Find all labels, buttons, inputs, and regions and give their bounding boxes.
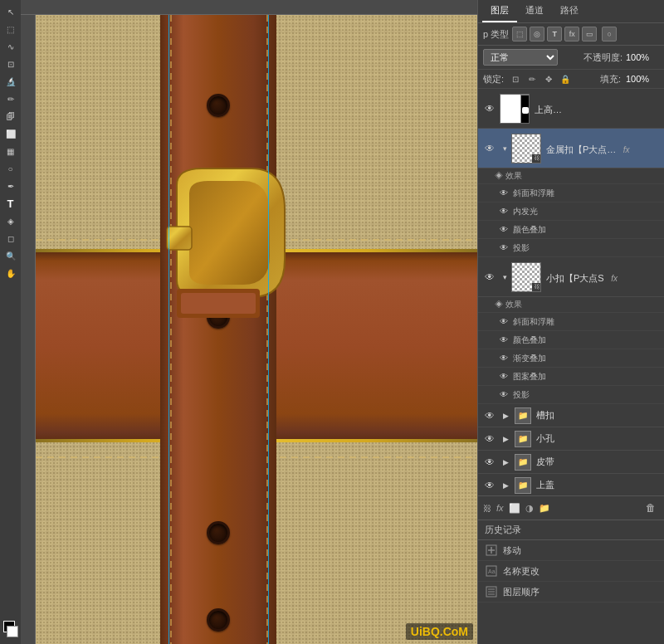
- history-text-reorder: 图层顺序: [503, 586, 540, 598]
- tool-dodge[interactable]: ○: [3, 161, 18, 176]
- tab-layers[interactable]: 图层: [482, 0, 517, 22]
- effect-name-pattern-3: 图案叠加: [513, 371, 546, 383]
- tab-channels[interactable]: 通道: [517, 0, 552, 22]
- belt-buckle: [135, 160, 310, 318]
- group-thumb-pidai: 📁: [515, 454, 531, 471]
- group-layer-pidai[interactable]: 👁 ▶ 📁 皮带: [478, 451, 664, 474]
- group-expand-shanggai[interactable]: ▶: [500, 480, 511, 491]
- group-expand-pidai[interactable]: ▶: [500, 456, 511, 468]
- effect-glow-2[interactable]: 👁 内发光: [478, 202, 664, 221]
- effect-pattern-3[interactable]: 👁 图案叠加: [478, 368, 664, 386]
- history-list[interactable]: 移动 Aa 名称更改: [478, 540, 664, 644]
- effect-eye-color-3[interactable]: 👁: [498, 334, 510, 346]
- tool-brush[interactable]: ✏: [3, 91, 18, 106]
- canvas-area[interactable]: ↖ ⬚ ∿ ⊡ 🔬 ✏ 🗐 ⬜ ▦ ○ ✒ T ◈ ◻ 🔍 ✋: [0, 0, 477, 644]
- tool-crop[interactable]: ⊡: [3, 56, 18, 71]
- tool-lasso[interactable]: ∿: [3, 39, 18, 54]
- tool-eyedrop[interactable]: 🔬: [3, 74, 18, 89]
- layer-item-jinshukou[interactable]: 👁 ▾ ⛓ 金属扣【P大点… fx: [478, 129, 664, 168]
- tool-hand[interactable]: ✋: [3, 266, 18, 281]
- tool-select[interactable]: ⬚: [3, 22, 18, 37]
- layer-eye-2[interactable]: 👁: [483, 142, 496, 155]
- blend-row: 正常 不透明度: 100%: [478, 46, 664, 70]
- tool-zoom[interactable]: 🔍: [3, 248, 18, 263]
- layer-item-shanggao[interactable]: 👁 上高…: [478, 89, 664, 129]
- blend-mode-select[interactable]: 正常: [483, 49, 558, 66]
- folder-icon-bottom[interactable]: 📁: [539, 503, 550, 514]
- group-eye-pidai[interactable]: 👁: [483, 456, 496, 469]
- lock-icon-brush[interactable]: ✏: [525, 72, 539, 85]
- effect-gradient-3[interactable]: 👁 渐变叠加: [478, 349, 664, 368]
- layer-item-xiaokou[interactable]: 👁 ▾ ⛓ 小扣【P大点S fx: [478, 257, 664, 297]
- belt-canvas: [36, 15, 477, 644]
- layer-expand-3[interactable]: ▾: [500, 272, 510, 282]
- tool-shape[interactable]: ◻: [3, 231, 18, 246]
- filter-btn-1[interactable]: ⬚: [512, 27, 527, 41]
- tool-text[interactable]: T: [3, 196, 18, 211]
- fx-icon-bottom[interactable]: fx: [496, 503, 504, 513]
- search-bar: p 类型 ⬚ ◎ T fx ▭ ○: [478, 23, 664, 46]
- background-color[interactable]: [7, 626, 18, 637]
- filter-btn-2[interactable]: ◎: [530, 27, 544, 41]
- filter-btn-folder[interactable]: ▭: [582, 27, 597, 41]
- group-expand-xiaokong[interactable]: ▶: [500, 433, 511, 445]
- lock-icon-checkers[interactable]: ⊡: [509, 72, 522, 85]
- group-layer-shanggai[interactable]: 👁 ▶ 📁 上盖: [478, 474, 664, 495]
- layers-list[interactable]: 👁 上高… 👁: [478, 89, 664, 495]
- effect-bevel-2[interactable]: 👁 斜面和浮雕: [478, 184, 664, 202]
- group-layer-xiaokong[interactable]: 👁 ▶ 📁 小孔: [478, 427, 664, 451]
- history-item-rename[interactable]: Aa 名称更改: [478, 561, 664, 582]
- adjustment-icon-bottom[interactable]: ◑: [525, 503, 534, 514]
- tool-path-select[interactable]: ◈: [3, 213, 18, 228]
- group-eye-xiaokong[interactable]: 👁: [483, 432, 496, 446]
- layer-thumb-1: [500, 94, 530, 124]
- main-container: ↖ ⬚ ∿ ⊡ 🔬 ✏ 🗐 ⬜ ▦ ○ ✒ T ◈ ◻ 🔍 ✋: [0, 0, 664, 644]
- tool-move[interactable]: ↖: [3, 4, 18, 19]
- layer-eye-1[interactable]: 👁: [483, 102, 496, 115]
- effect-color-3[interactable]: 👁 颜色叠加: [478, 331, 664, 349]
- filter-btn-t[interactable]: T: [547, 27, 562, 41]
- effect-name-shadow-3: 投影: [513, 389, 530, 401]
- effect-name-color-2: 颜色叠加: [513, 224, 546, 236]
- filter-btn-fx[interactable]: fx: [564, 27, 579, 41]
- effect-eye-bevel-3[interactable]: 👁: [498, 316, 510, 328]
- effect-eye-gradient-3[interactable]: 👁: [498, 353, 510, 364]
- mask-icon-bottom[interactable]: ⬜: [509, 503, 520, 514]
- effect-shadow-3[interactable]: 👁 投影: [478, 386, 664, 404]
- history-item-move[interactable]: 移动: [478, 540, 664, 561]
- tool-clone[interactable]: 🗐: [3, 109, 18, 124]
- effect-eye-bevel-2[interactable]: 👁: [498, 188, 510, 199]
- group-layer-caogou[interactable]: 👁 ▶ 📁 槽扣: [478, 404, 664, 427]
- group-name-xiaokong: 小孔: [536, 432, 554, 445]
- effect-eye-shadow-3[interactable]: 👁: [498, 389, 510, 401]
- layer-eye-3[interactable]: 👁: [483, 271, 496, 284]
- filter-toggle[interactable]: ○: [602, 27, 617, 41]
- lock-icon-all[interactable]: 🔒: [559, 72, 572, 85]
- fill-label: 填充:: [600, 73, 621, 85]
- opacity-label: 不透明度:: [583, 51, 622, 64]
- group-expand-caogou[interactable]: ▶: [500, 410, 511, 422]
- tool-pen[interactable]: ✒: [3, 178, 18, 193]
- tool-gradient[interactable]: ▦: [3, 144, 18, 159]
- effect-eye-color-2[interactable]: 👁: [498, 224, 510, 236]
- lock-icon-move[interactable]: ✥: [542, 72, 555, 85]
- tab-paths[interactable]: 路径: [552, 0, 587, 22]
- layer-name-2: 金属扣【P大点…: [546, 144, 616, 154]
- effect-bevel-3[interactable]: 👁 斜面和浮雕: [478, 313, 664, 331]
- effect-eye-glow-2[interactable]: 👁: [498, 206, 510, 217]
- belt-hole-1: [207, 94, 230, 117]
- effect-eye-pattern-3[interactable]: 👁: [498, 371, 510, 383]
- tool-eraser[interactable]: ⬜: [3, 126, 18, 141]
- layer-expand-2[interactable]: ▾: [500, 144, 510, 154]
- group-eye-caogou[interactable]: 👁: [483, 409, 496, 422]
- effect-eye-shadow-2[interactable]: 👁: [498, 242, 510, 254]
- history-item-reorder[interactable]: 图层顺序: [478, 582, 664, 603]
- effect-shadow-2[interactable]: 👁 投影: [478, 239, 664, 257]
- effect-color-2[interactable]: 👁 颜色叠加: [478, 221, 664, 239]
- thumb-link-icon: ⛓: [532, 154, 540, 163]
- link-icon-bottom[interactable]: ⛓: [483, 504, 491, 513]
- trash-icon-bottom[interactable]: 🗑: [642, 500, 659, 516]
- ruler-horizontal: [21, 0, 477, 15]
- group-eye-shanggai[interactable]: 👁: [483, 479, 496, 492]
- layer-mask-1: [520, 95, 530, 124]
